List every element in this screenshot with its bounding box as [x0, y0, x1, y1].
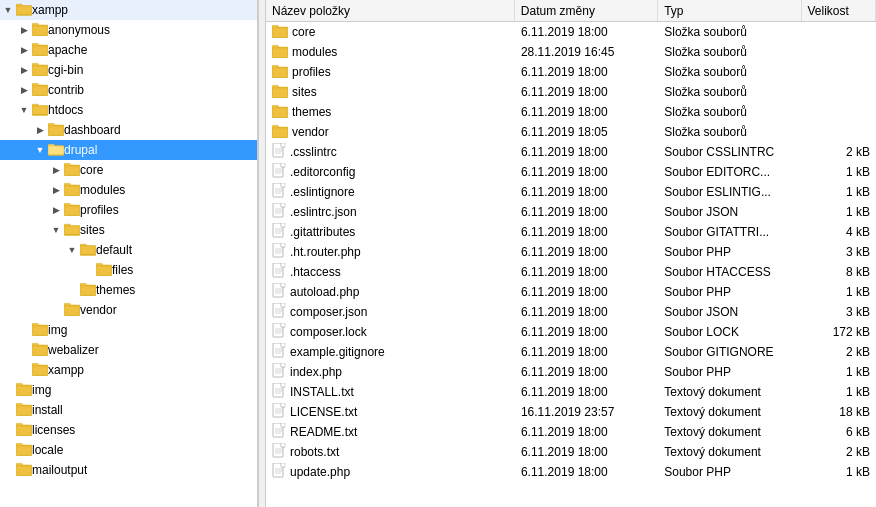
file-icon [272, 363, 286, 382]
file-row[interactable]: vendor 6.11.2019 18:05 Složka souborů [266, 122, 876, 142]
tree-expander[interactable]: ▼ [64, 242, 80, 258]
file-icon [272, 463, 286, 482]
svg-rect-152 [281, 343, 285, 347]
tree-expander[interactable] [0, 402, 16, 418]
header-type[interactable]: Typ [658, 0, 801, 21]
tree-item-webalizer[interactable]: webalizer [0, 340, 257, 360]
file-row[interactable]: example.gitignore 6.11.2019 18:00 Soubor… [266, 342, 876, 362]
file-date: 6.11.2019 18:00 [515, 22, 658, 42]
file-date: 6.11.2019 18:00 [515, 442, 658, 462]
tree-item-drupal[interactable]: ▼ drupal [0, 140, 257, 160]
tree-item-contrib[interactable]: ▶ contrib [0, 80, 257, 100]
tree-item-files[interactable]: files [0, 260, 257, 280]
file-type: Textový dokument [658, 442, 801, 462]
tree-expander[interactable] [0, 422, 16, 438]
file-row[interactable]: .ht.router.php 6.11.2019 18:00 Soubor PH… [266, 242, 876, 262]
file-row[interactable]: profiles 6.11.2019 18:00 Složka souborů [266, 62, 876, 82]
file-row[interactable]: .gitattributes 6.11.2019 18:00 Soubor GI… [266, 222, 876, 242]
file-row[interactable]: .editorconfig 6.11.2019 18:00 Soubor EDI… [266, 162, 876, 182]
file-name-label: composer.lock [290, 325, 367, 339]
svg-rect-182 [281, 443, 285, 447]
file-row[interactable]: sites 6.11.2019 18:00 Složka souborů [266, 82, 876, 102]
folder-icon [80, 242, 96, 259]
tree-item-dashboard[interactable]: ▶ dashboard [0, 120, 257, 140]
tree-item-img[interactable]: img [0, 320, 257, 340]
tree-expander[interactable]: ▶ [48, 182, 64, 198]
tree-expander[interactable]: ▶ [48, 162, 64, 178]
file-row[interactable]: index.php 6.11.2019 18:00 Soubor PHP 1 k… [266, 362, 876, 382]
file-name: .eslintrc.json [266, 202, 515, 222]
file-size [802, 22, 876, 42]
tree-item-label: cgi-bin [48, 63, 83, 77]
folder-icon [272, 124, 288, 141]
file-list[interactable]: core 6.11.2019 18:00 Složka souborů modu… [266, 22, 876, 507]
tree-expander[interactable]: ▶ [16, 62, 32, 78]
tree-expander[interactable]: ▼ [16, 102, 32, 118]
file-name: modules [266, 42, 515, 62]
tree-expander[interactable] [0, 382, 16, 398]
file-type: Soubor JSON [658, 202, 801, 222]
tree-item-sites[interactable]: ▼ sites [0, 220, 257, 240]
tree-item-default[interactable]: ▼ default [0, 240, 257, 260]
file-row[interactable]: modules 28.11.2019 16:45 Složka souborů [266, 42, 876, 62]
tree-item-xampp[interactable]: ▼ xampp [0, 0, 257, 20]
file-row[interactable]: .eslintrc.json 6.11.2019 18:00 Soubor JS… [266, 202, 876, 222]
file-date: 6.11.2019 18:05 [515, 122, 658, 142]
tree-expander[interactable]: ▶ [48, 202, 64, 218]
tree-item-licenses[interactable]: licenses [0, 420, 257, 440]
tree-item-modules[interactable]: ▶ modules [0, 180, 257, 200]
tree-item-apache[interactable]: ▶ apache [0, 40, 257, 60]
tree-item-htdocs[interactable]: ▼ htdocs [0, 100, 257, 120]
tree-item-themes-sub[interactable]: themes [0, 280, 257, 300]
tree-expander[interactable]: ▼ [48, 222, 64, 238]
tree-item-xampp2[interactable]: xampp [0, 360, 257, 380]
file-row[interactable]: composer.json 6.11.2019 18:00 Soubor JSO… [266, 302, 876, 322]
tree-item-label: webalizer [48, 343, 99, 357]
tree-item-vendor-sub[interactable]: vendor [0, 300, 257, 320]
tree-panel[interactable]: ▼ xampp▶ anonymous▶ apache▶ cgi-bin▶ con… [0, 0, 258, 507]
header-name[interactable]: Název položky [266, 0, 515, 21]
tree-expander[interactable]: ▶ [32, 122, 48, 138]
header-size[interactable]: Velikost [802, 0, 876, 21]
file-type: Soubor PHP [658, 282, 801, 302]
file-row[interactable]: themes 6.11.2019 18:00 Složka souborů [266, 102, 876, 122]
tree-expander[interactable]: ▶ [16, 42, 32, 58]
tree-expander[interactable] [16, 362, 32, 378]
tree-expander[interactable]: ▶ [16, 82, 32, 98]
tree-expander[interactable] [16, 322, 32, 338]
svg-rect-59 [16, 385, 32, 395]
file-row[interactable]: autoload.php 6.11.2019 18:00 Soubor PHP … [266, 282, 876, 302]
tree-expander[interactable] [48, 302, 64, 318]
tree-expander[interactable] [80, 262, 96, 278]
file-size: 3 kB [802, 242, 876, 262]
tree-expander[interactable]: ▼ [32, 142, 48, 158]
file-row[interactable]: .csslintrc 6.11.2019 18:00 Soubor CSSLIN… [266, 142, 876, 162]
header-date[interactable]: Datum změny [515, 0, 658, 21]
file-icon [272, 383, 286, 402]
tree-item-cgi-bin[interactable]: ▶ cgi-bin [0, 60, 257, 80]
file-row[interactable]: .htaccess 6.11.2019 18:00 Soubor HTACCES… [266, 262, 876, 282]
tree-item-profiles[interactable]: ▶ profiles [0, 200, 257, 220]
tree-expander[interactable] [64, 282, 80, 298]
file-row[interactable]: INSTALL.txt 6.11.2019 18:00 Textový doku… [266, 382, 876, 402]
file-row[interactable]: .eslintignore 6.11.2019 18:00 Soubor ESL… [266, 182, 876, 202]
folder-icon [64, 162, 80, 179]
tree-item-anonymous[interactable]: ▶ anonymous [0, 20, 257, 40]
tree-item-locale[interactable]: locale [0, 440, 257, 460]
file-row[interactable]: README.txt 6.11.2019 18:00 Textový dokum… [266, 422, 876, 442]
file-row[interactable]: LICENSE.txt 16.11.2019 23:57 Textový dok… [266, 402, 876, 422]
tree-expander[interactable] [16, 342, 32, 358]
tree-item-img2[interactable]: img [0, 380, 257, 400]
tree-expander[interactable]: ▶ [16, 22, 32, 38]
file-row[interactable]: update.php 6.11.2019 18:00 Soubor PHP 1 … [266, 462, 876, 482]
tree-item-core[interactable]: ▶ core [0, 160, 257, 180]
tree-expander[interactable] [0, 442, 16, 458]
file-row[interactable]: core 6.11.2019 18:00 Složka souborů [266, 22, 876, 42]
file-row[interactable]: composer.lock 6.11.2019 18:00 Soubor LOC… [266, 322, 876, 342]
tree-item-install[interactable]: install [0, 400, 257, 420]
tree-expander[interactable]: ▼ [0, 2, 16, 18]
file-row[interactable]: robots.txt 6.11.2019 18:00 Textový dokum… [266, 442, 876, 462]
file-date: 6.11.2019 18:00 [515, 322, 658, 342]
tree-item-mailoutput[interactable]: mailoutput [0, 460, 257, 480]
tree-expander[interactable] [0, 462, 16, 478]
